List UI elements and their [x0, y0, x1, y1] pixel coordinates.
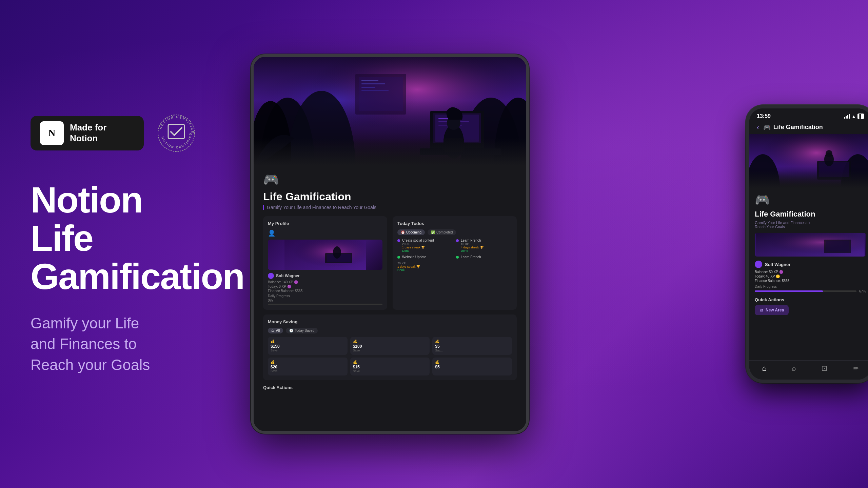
todos-col-right: Learn French 10 XP 4 days streak 🏆 Done: [456, 239, 512, 272]
money-item-3: 💰 $5 Sav...: [432, 337, 512, 355]
money-amount-2: $100: [353, 344, 427, 349]
money-icon-5: 💰: [353, 360, 427, 364]
tab-search-icon[interactable]: ⌕: [792, 364, 796, 373]
todo-streak-3: 4 days streak 🏆: [461, 246, 484, 249]
money-amount-1: $150: [271, 344, 345, 349]
tab-home-icon[interactable]: ⌂: [762, 364, 766, 373]
tablet-quick-actions-title: Quick Actions: [263, 385, 517, 390]
profile-progress-bg: [268, 304, 382, 305]
tab-all[interactable]: 🗂 All: [268, 328, 283, 333]
tab-today-saved[interactable]: 🕐 Today Saved: [286, 328, 318, 333]
profile-dp-label: Daily Progress: [268, 294, 382, 298]
todo-dot-3: [456, 239, 459, 242]
tablet-content: 🎮 Life Gamification Gamify Your Life and…: [254, 165, 526, 431]
todo-dot-4: [456, 256, 459, 259]
tab-completed[interactable]: ✅ Completed: [428, 229, 456, 235]
phone-banner: [749, 134, 868, 188]
headline-line1: Notion Life: [31, 181, 197, 258]
phone-progress-text: 67%: [859, 289, 866, 293]
profile-icon: 👤: [268, 229, 382, 237]
money-item-5: 💰 $15 Save: [350, 358, 430, 375]
todo-item-3: Learn French 10 XP 4 days streak 🏆 Done: [456, 239, 512, 252]
new-area-button[interactable]: 🗂 New Area: [755, 305, 789, 315]
notion-logo-icon: N: [44, 125, 60, 141]
phone-profile-name: Solt Wagner: [765, 262, 790, 267]
tab-compose-icon[interactable]: ✏: [853, 364, 859, 373]
tablet-content-grid: My Profile 👤: [263, 216, 517, 310]
money-label-6: ...: [435, 369, 509, 373]
tab-upcoming[interactable]: ⏰ Upcoming: [397, 229, 425, 235]
todo-text-2: Website Update: [402, 255, 426, 259]
badges-row: N Made for Notion NOTION CERTIFIED: [31, 113, 197, 154]
status-icons: ▲ ▌: [844, 114, 864, 119]
phone-nav-title-text: Life Gamification: [773, 124, 823, 131]
money-amount-4: $20: [271, 365, 345, 369]
money-icon-1: 💰: [271, 340, 345, 343]
tab-inbox-icon[interactable]: ⊡: [821, 364, 827, 373]
profile-finance: Finance Balance: $565: [268, 289, 382, 293]
svg-rect-28: [361, 87, 375, 88]
tablet-screen: 🎮 Life Gamification Gamify Your Life and…: [254, 57, 526, 431]
money-amount-5: $15: [353, 365, 427, 369]
phone-thumbnail: [755, 233, 866, 257]
profile-dp-value: 0%: [268, 299, 382, 302]
money-item-6: 💰 $5 ...: [432, 358, 512, 375]
money-amount-6: $5: [435, 365, 509, 369]
todo-streak-col1: 1 days streak 🏆: [397, 265, 453, 268]
back-button[interactable]: ‹: [757, 123, 759, 131]
svg-text:N: N: [48, 127, 56, 138]
phone-nav-title: 🎮 Life Gamification: [763, 124, 823, 131]
phone-progress-row: 67%: [755, 289, 866, 293]
profile-avatar-small: [268, 273, 274, 279]
tablet-page-subtitle: Gamify Your Life and Finances to Reach Y…: [263, 205, 517, 210]
phone-screen: 13:59 ▲ ▌ ‹: [749, 108, 868, 380]
my-profile-card: My Profile 👤: [263, 216, 387, 310]
phone-device: 13:59 ▲ ▌ ‹: [746, 105, 868, 383]
signal-bars-icon: [844, 114, 850, 119]
todo-status-3: Done: [461, 249, 484, 252]
profile-name: Solt Wagner: [276, 273, 300, 278]
signal-bar-4: [849, 114, 850, 119]
svg-text:NOTION CERTIFIED: NOTION CERTIFIED: [161, 132, 192, 149]
money-icon-6: 💰: [435, 360, 509, 364]
tablet-page-title: Life Gamification: [263, 190, 517, 203]
money-items-grid-2: 💰 $20 Save 💰 $15 Save 💰 $: [268, 358, 512, 375]
todo-item-1: Create social content 20 XP 1 days strea…: [397, 239, 453, 252]
right-section: 🎮 Life Gamification Gamify Your Life and…: [224, 0, 868, 488]
svg-rect-26: [361, 80, 378, 81]
todo-text-4: Learn French: [461, 255, 481, 259]
status-time: 13:59: [757, 113, 771, 119]
money-label-5: Save: [353, 369, 427, 373]
todos-tabs: ⏰ Upcoming ✅ Completed: [397, 229, 512, 235]
todo-streak-1: 1 days streak 🏆: [402, 246, 434, 249]
phone-progress-bg: [755, 290, 856, 292]
phone-page-desc: Gamify Your Life and Finances toReach Yo…: [755, 221, 866, 229]
phone-main-title: Life Gamification: [755, 210, 866, 219]
todo-dot-1: [397, 239, 400, 242]
money-icon-4: 💰: [271, 360, 345, 364]
notion-icon-box: N: [40, 121, 64, 145]
profile-balance: Balance: 140 XP 🟣: [268, 280, 382, 284]
today-todos-card: Today Todos ⏰ Upcoming ✅ Completed: [393, 216, 517, 310]
profile-image-box: [268, 240, 382, 270]
todo-item-2: Website Update: [397, 255, 453, 259]
todo-text-3: Learn French: [461, 239, 484, 242]
main-headline: Notion Life Gamification: [31, 181, 197, 296]
svg-point-34: [333, 246, 341, 259]
notion-badge-label: Made for Notion: [70, 122, 134, 143]
tablet-banner: [254, 57, 526, 165]
phone-status-bar: 13:59 ▲ ▌: [749, 108, 868, 121]
phone-balance-row: Balance: 50 XP 🟣: [755, 270, 866, 274]
profile-info: Solt Wagner Balance: 140 XP 🟣 Today: 0 X…: [268, 273, 382, 305]
svg-rect-25: [359, 77, 403, 111]
phone-finance-label: Finance Balance: $565: [755, 279, 789, 283]
phone-today-row: Today: 40 XP 🟡: [755, 274, 866, 278]
banner-scene: [254, 57, 526, 165]
profile-today: Today: 0 XP 🟣: [268, 285, 382, 288]
todo-status-1: Done: [402, 249, 434, 252]
phone-progress-fill: [755, 290, 823, 292]
page-container: N Made for Notion NOTION CERTIFIED: [0, 0, 868, 488]
money-amount-3: $5: [435, 344, 509, 349]
money-items-grid: 💰 $150 Save 💰 $100 Save 💰: [268, 337, 512, 355]
phone-nav-bar: ‹ 🎮 Life Gamification: [749, 121, 868, 134]
